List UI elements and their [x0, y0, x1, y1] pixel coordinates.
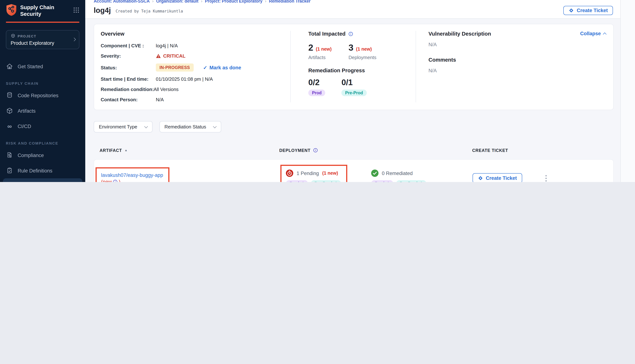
ticket-diamond-icon	[569, 8, 574, 13]
sort-ascending-icon: ▲	[125, 148, 128, 152]
pending-cell: 1 Pending (1 new) Prod: 1 Pre-Prod: 0	[280, 165, 366, 182]
overview-card: Overview Component | CVE : log4j | N/A S…	[94, 24, 614, 110]
breadcrumb-separator-icon: ›	[201, 0, 202, 4]
breadcrumb-organization[interactable]: Organization: default	[156, 0, 198, 4]
remediated-count: 0 Remediated	[382, 170, 413, 176]
sidebar-item-get-started[interactable]: Get Started	[0, 59, 85, 74]
home-icon	[6, 63, 13, 70]
component-value: log4j | N/A	[156, 43, 283, 48]
progress-prod: 0/2 Prod	[308, 78, 325, 96]
annotation-box-pending: 1 Pending (1 new) Prod: 1 Pre-Prod: 0	[280, 165, 347, 182]
create-ticket-button-row[interactable]: Create Ticket	[473, 173, 522, 182]
severity-value: CRITICAL	[156, 53, 283, 59]
chevron-up-icon	[603, 32, 606, 36]
preprod-badge: Pre-Prod	[341, 90, 367, 96]
comments-value: N/A	[429, 68, 606, 74]
breadcrumb-account[interactable]: Account: Automation-SSCA	[94, 0, 150, 4]
info-icon[interactable]	[313, 148, 318, 153]
deployments-label: Deployments	[349, 55, 376, 60]
status-badge: IN-PROGRESS	[156, 64, 193, 72]
page-title: log4j	[94, 6, 111, 15]
condition-label: Remediation condition:	[101, 86, 156, 92]
shield-logo-icon	[6, 4, 17, 18]
artifact-new-close: )	[119, 179, 121, 182]
sidebar-item-compliance[interactable]: Compliance	[0, 148, 85, 163]
sidebar-item-label: Get Started	[18, 64, 43, 69]
total-impacted-title: Total Impacted	[308, 31, 408, 37]
mark-as-done-link[interactable]: ✓ Mark as done	[203, 64, 241, 70]
brand-divider	[6, 22, 79, 23]
time-value: 01/10/2025 01:08 pm | N/A	[156, 76, 283, 82]
sidebar-item-code-repositories[interactable]: </> Code Repositories	[0, 88, 85, 103]
sidebar-item-label: Compliance	[18, 152, 44, 158]
condition-value: All Versions	[154, 86, 283, 92]
contact-value: N/A	[156, 97, 283, 102]
preprod-badge: Pre-Prod: 0	[311, 180, 341, 182]
breadcrumb-project[interactable]: Project: Product Exploratory	[205, 0, 262, 4]
environment-type-filter[interactable]: Environment Type	[94, 121, 152, 132]
page-header: Account: Automation-SSCA › Organization:…	[85, 0, 620, 19]
sidebar-item-label: Artifacts	[18, 108, 36, 114]
impacted-deployments: 3 (1 new) Deployments	[349, 42, 376, 60]
infinity-icon: ∞	[6, 122, 13, 130]
severity-label: Severity:	[101, 53, 156, 59]
sidebar-item-rule-definitions[interactable]: Rule Definitions	[0, 163, 85, 178]
cube-icon	[6, 107, 13, 114]
impacted-artifacts: 2 (1 new) Artifacts	[308, 42, 332, 60]
artifacts-count: 2	[308, 42, 313, 53]
chevron-down-icon	[144, 124, 148, 128]
sidebar-item-label: Code Repositories	[18, 93, 58, 98]
info-icon[interactable]	[349, 31, 353, 36]
sidebar-item-label: CI/CD	[18, 124, 31, 129]
column-deployment: DEPLOYMENT	[279, 148, 366, 153]
remediated-check-icon	[371, 170, 378, 177]
progress-preprod: 0/1 Pre-Prod	[341, 78, 367, 96]
overview-column: Overview Component | CVE : log4j | N/A S…	[94, 31, 290, 102]
pending-icon	[286, 170, 293, 177]
title-row: log4j Created by Teja Kummarikuntla Crea…	[94, 6, 613, 15]
module-grid-icon[interactable]	[73, 7, 79, 14]
cube-icon	[11, 33, 16, 40]
comments-title: Comments	[429, 57, 606, 63]
status-label: Status:	[101, 65, 156, 70]
row-menu-kebab-icon[interactable]	[539, 165, 553, 182]
prod-badge: Prod: 0	[371, 180, 393, 182]
sidebar-top: Supply Chain Security	[0, 0, 85, 23]
artifact-link[interactable]: lavakush07/easy-buggy-app	[101, 172, 163, 178]
remediation-progress-title: Remediation Progress	[308, 68, 408, 74]
right-dock-strip	[620, 0, 635, 182]
prod-progress-value: 0/2	[308, 78, 325, 87]
sidebar-item-label: Rule Definitions	[18, 168, 52, 174]
collapse-link[interactable]: Collapse	[580, 31, 606, 36]
description-column: Vulnerability Description N/A Comments N…	[416, 31, 613, 102]
impact-column: Total Impacted 2 (1 new) Artifacts	[290, 31, 416, 102]
preprod-progress-value: 0/1	[341, 78, 367, 87]
prod-badge: Prod	[308, 90, 325, 96]
create-ticket-label: Create Ticket	[486, 176, 517, 181]
sidebar-item-remediation-tracker[interactable]: Remediation Tracker	[3, 178, 82, 182]
artifacts-label: Artifacts	[308, 55, 332, 60]
breadcrumb-separator-icon: ›	[152, 0, 154, 4]
ticket-diamond-icon	[478, 176, 483, 181]
remediation-status-filter[interactable]: Remediation Status	[159, 121, 221, 132]
create-ticket-label: Create Ticket	[577, 8, 608, 13]
artifact-new-open: (new	[101, 179, 112, 182]
app-title: Supply Chain Security	[20, 4, 54, 18]
project-label: PROJECT	[18, 34, 36, 38]
logo-row: Supply Chain Security	[6, 4, 79, 18]
breadcrumb-page[interactable]: Remediation Tracker	[269, 0, 311, 4]
app-root: Supply Chain Security	[0, 0, 635, 182]
project-selector[interactable]: PROJECT Product Exploratory	[6, 30, 79, 49]
vulnerability-description-value: N/A	[429, 42, 606, 47]
breadcrumb: Account: Automation-SSCA › Organization:…	[94, 0, 613, 4]
vulnerability-description-title: Vulnerability Description	[429, 31, 606, 37]
sidebar-item-cicd[interactable]: ∞ CI/CD	[0, 118, 85, 134]
column-artifact[interactable]: ARTIFACT ▲	[94, 148, 279, 152]
deployments-count: 3	[349, 42, 353, 53]
clipboard-check-icon	[6, 167, 13, 174]
create-ticket-button-header[interactable]: Create Ticket	[563, 6, 613, 15]
table-header: ARTIFACT ▲ DEPLOYMENT CREATE TICKET	[94, 148, 614, 153]
info-icon[interactable]	[113, 180, 118, 182]
sidebar-item-artifacts[interactable]: Artifacts	[0, 103, 85, 118]
nav-section-risk: RISK AND COMPLIANCE	[0, 141, 85, 145]
